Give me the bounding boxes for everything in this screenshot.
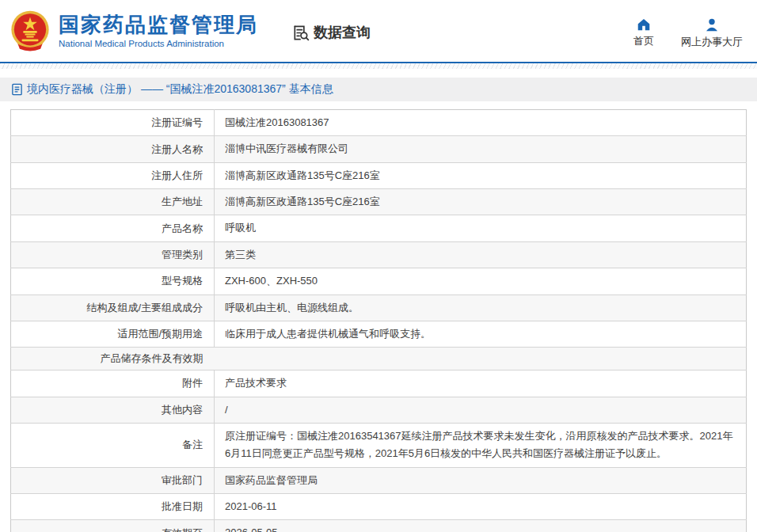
table-row: 审批部门国家药品监督管理局 xyxy=(11,467,747,493)
breadcrumb: 境内医疗器械（注册） —— “国械注准20163081367” 基本信息 xyxy=(0,78,757,101)
document-icon xyxy=(11,83,23,96)
spacer xyxy=(0,69,757,78)
table-row: 注册证编号国械注准20163081367 xyxy=(11,110,747,136)
table-row: 备注原注册证编号：国械注准20163541367延续注册产品技术要求未发生变化，… xyxy=(11,423,747,467)
main-content: 注册证编号国械注准20163081367注册人名称淄博中讯医疗器械有限公司注册人… xyxy=(0,101,757,532)
table-row: 管理类别第三类 xyxy=(11,241,747,268)
row-value: 淄博中讯医疗器械有限公司 xyxy=(215,136,747,162)
table-row: 注册人名称淄博中讯医疗器械有限公司 xyxy=(11,136,747,162)
site-subtitle: National Medical Products Administration xyxy=(59,39,258,48)
row-label: 备注 xyxy=(11,423,215,467)
nav-data-query[interactable]: 数据查询 xyxy=(291,20,371,42)
row-label: 有效期至 xyxy=(11,520,215,532)
row-label: 附件 xyxy=(11,370,215,397)
row-label: 其他内容 xyxy=(11,397,215,423)
row-value: 2026-05-05 xyxy=(215,520,747,532)
row-value: 产品技术要求 xyxy=(215,370,747,397)
logo-group: 国家药品监督管理局 National Medical Products Admi… xyxy=(8,9,258,53)
row-label: 适用范围/预期用途 xyxy=(11,321,215,347)
data-search-icon xyxy=(291,24,310,42)
row-label: 产品名称 xyxy=(11,215,215,241)
table-row: 注册人住所淄博高新区政通路135号C座216室 xyxy=(11,162,747,188)
national-emblem-logo xyxy=(8,9,52,53)
breadcrumb-text: 境内医疗器械（注册） —— “国械注准20163081367” 基本信息 xyxy=(27,82,333,97)
table-row: 批准日期2021-06-11 xyxy=(11,494,747,520)
row-value: ZXH-600、ZXH-550 xyxy=(215,268,747,294)
title-block: 国家药品监督管理局 National Medical Products Admi… xyxy=(59,13,258,48)
row-label: 生产地址 xyxy=(11,189,215,215)
row-label: 型号规格 xyxy=(11,268,215,294)
table-row: 适用范围/预期用途临床用于成人患者提供机械通气和呼吸支持。 xyxy=(11,321,747,347)
table-row: 有效期至2026-05-05 xyxy=(11,520,747,532)
table-row: 生产地址淄博高新区政通路135号C座216室 xyxy=(11,189,747,215)
row-value: 呼吸机 xyxy=(215,215,747,241)
nav-home[interactable]: 首页 xyxy=(633,18,654,48)
nav-online-hall-label: 网上办事大厅 xyxy=(681,35,743,49)
row-label: 注册证编号 xyxy=(11,110,215,136)
home-icon xyxy=(637,18,651,31)
nav-home-label: 首页 xyxy=(633,34,654,48)
table-row: 附件产品技术要求 xyxy=(11,370,747,397)
table-row: 型号规格ZXH-600、ZXH-550 xyxy=(11,268,747,294)
nav-online-hall[interactable]: 网上办事大厅 xyxy=(681,18,743,49)
row-label: 注册人名称 xyxy=(11,136,215,162)
row-value xyxy=(215,348,747,370)
row-value: / xyxy=(215,397,747,423)
row-value: 淄博高新区政通路135号C座216室 xyxy=(215,162,747,188)
table-row: 产品名称呼吸机 xyxy=(11,215,747,241)
site-title: 国家药品监督管理局 xyxy=(59,13,258,36)
table-row: 结构及组成/主要组成成分呼吸机由主机、电源线组成。 xyxy=(11,294,747,321)
nav-data-query-label: 数据查询 xyxy=(314,23,371,42)
row-value: 第三类 xyxy=(215,241,747,268)
row-value: 原注册证编号：国械注准20163541367延续注册产品技术要求未发生变化，沿用… xyxy=(215,423,747,467)
row-value: 淄博高新区政通路135号C座216室 xyxy=(215,189,747,215)
row-label: 审批部门 xyxy=(11,467,215,493)
top-right-nav: 首页 网上办事大厅 xyxy=(633,13,743,49)
table-row: 产品储存条件及有效期 xyxy=(11,348,747,370)
row-value: 2021-06-11 xyxy=(215,494,747,520)
row-value: 呼吸机由主机、电源线组成。 xyxy=(215,294,747,321)
row-value: 临床用于成人患者提供机械通气和呼吸支持。 xyxy=(215,321,747,347)
row-label: 注册人住所 xyxy=(11,162,215,188)
row-label: 管理类别 xyxy=(11,241,215,268)
row-label: 结构及组成/主要组成成分 xyxy=(11,294,215,321)
row-value: 国械注准20163081367 xyxy=(215,110,747,136)
registration-info-table: 注册证编号国械注准20163081367注册人名称淄博中讯医疗器械有限公司注册人… xyxy=(10,109,747,532)
user-icon xyxy=(705,18,719,32)
row-value: 国家药品监督管理局 xyxy=(215,467,747,493)
row-label: 产品储存条件及有效期 xyxy=(11,348,215,370)
info-table-body: 注册证编号国械注准20163081367注册人名称淄博中讯医疗器械有限公司注册人… xyxy=(11,110,747,532)
row-label: 批准日期 xyxy=(11,494,215,520)
table-row: 其他内容/ xyxy=(11,397,747,423)
site-header: 国家药品监督管理局 National Medical Products Admi… xyxy=(0,0,757,62)
hatch-strip xyxy=(0,63,757,69)
